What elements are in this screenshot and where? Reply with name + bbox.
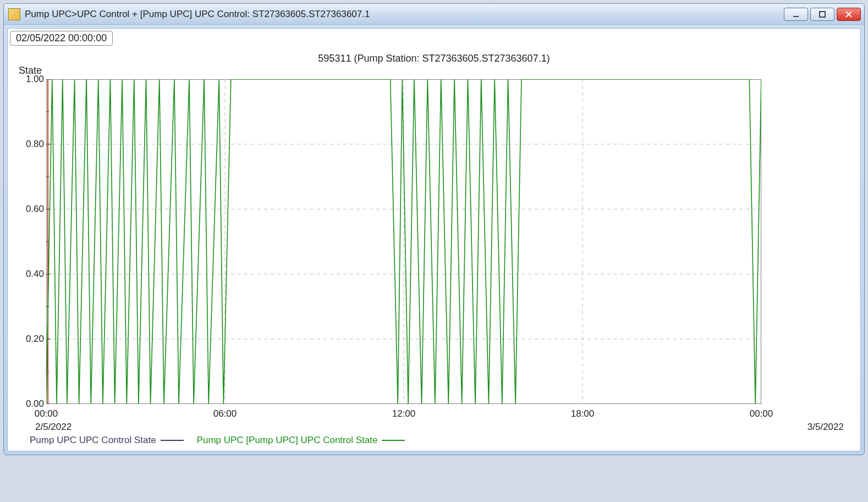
x-tick-labels: 00:00 06:00 12:00 18:00 00:00 xyxy=(46,408,761,422)
timestamp-display[interactable]: 02/05/2022 00:00:00 xyxy=(10,31,113,46)
maximize-icon xyxy=(818,10,826,18)
x-date-start: 2/5/2022 xyxy=(35,422,72,433)
minimize-icon xyxy=(792,10,800,18)
y-tick: 1.00 xyxy=(26,74,44,85)
chart-legend: Pump UPC UPC Control State Pump UPC [Pum… xyxy=(30,435,414,446)
legend-swatch xyxy=(161,440,184,441)
legend-label: Pump UPC UPC Control State xyxy=(30,435,156,446)
titlebar[interactable]: Pump UPC>UPC Control + [Pump UPC] UPC Co… xyxy=(4,4,864,25)
app-icon xyxy=(8,8,20,20)
window-title: Pump UPC>UPC Control + [Pump UPC] UPC Co… xyxy=(25,9,784,20)
y-tick: 0.00 xyxy=(26,399,44,410)
svg-rect-1 xyxy=(820,12,825,17)
legend-label: Pump UPC [Pump UPC] UPC Control State xyxy=(197,435,378,446)
x-tick: 06:00 xyxy=(213,408,237,419)
app-window: Pump UPC>UPC Control + [Pump UPC] UPC Co… xyxy=(3,3,865,455)
x-tick: 00:00 xyxy=(35,408,58,419)
x-tick: 12:00 xyxy=(392,408,416,419)
chart-svg xyxy=(46,79,761,404)
legend-entry: Pump UPC [Pump UPC] UPC Control State xyxy=(197,435,405,446)
legend-swatch xyxy=(382,440,405,441)
chart-panel: 02/05/2022 00:00:00 595311 (Pump Station… xyxy=(7,28,861,451)
y-tick: 0.80 xyxy=(26,139,44,150)
y-tick: 0.60 xyxy=(26,204,44,215)
close-icon xyxy=(845,10,853,18)
x-date-end: 3/5/2022 xyxy=(807,422,844,433)
y-tick: 0.40 xyxy=(26,269,44,280)
y-tick: 0.20 xyxy=(26,334,44,345)
chart-title: 595311 (Pump Station: ST27363605.ST27363… xyxy=(8,53,860,64)
close-button[interactable] xyxy=(837,8,861,21)
x-tick: 18:00 xyxy=(571,408,595,419)
window-controls xyxy=(784,8,861,21)
maximize-button[interactable] xyxy=(810,8,834,21)
x-tick: 00:00 xyxy=(750,408,773,419)
minimize-button[interactable] xyxy=(784,8,808,21)
y-tick-labels: 0.00 0.20 0.40 0.60 0.80 1.00 xyxy=(18,79,44,404)
legend-entry: Pump UPC UPC Control State xyxy=(30,435,184,446)
chart-plot-area[interactable] xyxy=(46,79,761,404)
